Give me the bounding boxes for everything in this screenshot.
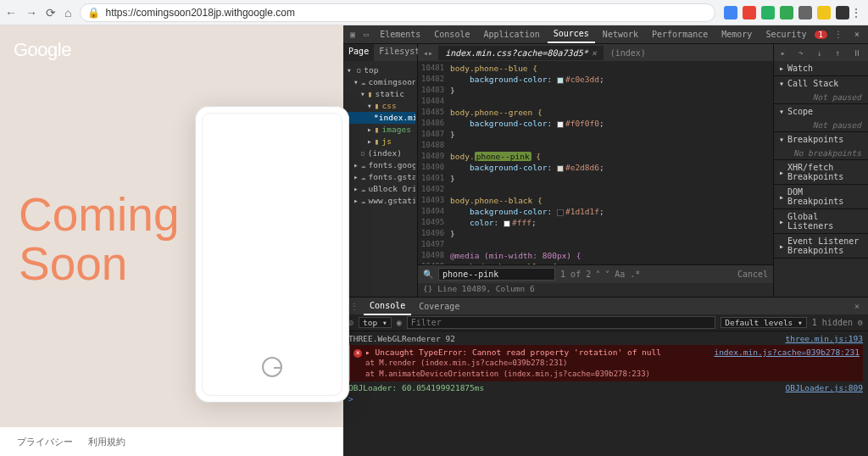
tree-ext4[interactable]: ▸ ☁ www.gstatic.com bbox=[345, 195, 415, 207]
devtools-menu-button[interactable]: ⋮ bbox=[829, 30, 848, 39]
tree-static[interactable]: ▾ ▮ static bbox=[345, 88, 415, 100]
console-drawer: ⋮ Console Coverage × ⊘ top ▾ ◉ Default l… bbox=[343, 297, 868, 456]
tree-domain[interactable]: ▾ ☁ comingsoon2018jp.with… bbox=[345, 76, 415, 88]
find-cancel-button[interactable]: Cancel bbox=[737, 270, 768, 279]
tab-application[interactable]: Application bbox=[477, 26, 545, 42]
devtools: ▣ ▭ Elements Console Application Sources… bbox=[343, 25, 868, 456]
panel-scope[interactable]: ▾ Scope bbox=[774, 104, 868, 119]
find-regex-icon[interactable]: .* bbox=[630, 270, 640, 279]
file-tab-label: index.min.css?cache=80a73d5* bbox=[445, 48, 588, 58]
console-error: ×▸ Uncaught TypeError: Cannot read prope… bbox=[348, 345, 863, 381]
panel-dom[interactable]: ▸ DOM Breakpoints bbox=[774, 185, 868, 209]
terms-link[interactable]: 利用規約 bbox=[88, 436, 125, 448]
resume-icon[interactable]: ▸ bbox=[781, 48, 786, 58]
panel-xhr[interactable]: ▸ XHR/fetch Breakpoints bbox=[774, 160, 868, 184]
source-link[interactable]: three.min.js:193 bbox=[785, 333, 863, 344]
file-tree[interactable]: ▾ ▫ top ▾ ☁ comingsoon2018jp.with… ▾ ▮ s… bbox=[343, 61, 417, 210]
tree-ext3[interactable]: ▸ ☁ uBlock Origin bbox=[345, 183, 415, 195]
deactivate-icon[interactable]: ⏸ bbox=[853, 48, 861, 58]
console-log: THREE.WebGLRenderer 92 three.min.js:193 bbox=[348, 333, 863, 344]
devtools-tabs: ▣ ▭ Elements Console Application Sources… bbox=[343, 25, 868, 44]
tree-css[interactable]: ▾ ▮ css bbox=[345, 100, 415, 112]
cursor-info: {} Line 10489, Column 6 bbox=[418, 283, 773, 297]
panel-breakpoints[interactable]: ▾ Breakpoints bbox=[774, 132, 868, 147]
code-editor: ◂▸ index.min.css?cache=80a73d5* × (index… bbox=[418, 44, 773, 297]
drawer-tab-console[interactable]: Console bbox=[364, 298, 411, 315]
debugger-sidebar: ▸ ↷ ↓ ↑ ⏸ ▸ Watch ▾ Call StackNot paused… bbox=[773, 44, 868, 297]
source-link[interactable]: index.min.js?cache=039b278:231 bbox=[714, 347, 860, 358]
tree-js[interactable]: ▸ ▮ js bbox=[345, 136, 415, 147]
find-input[interactable] bbox=[438, 268, 555, 281]
tree-index[interactable]: ▫ (index) bbox=[345, 147, 415, 159]
url-text: https://comingsoon2018jp.withgoogle.com bbox=[105, 7, 294, 19]
reload-button[interactable]: ⟳ bbox=[46, 6, 56, 19]
panel-event[interactable]: ▸ Event Listener Breakpoints bbox=[774, 234, 868, 258]
file-crumb[interactable]: (index) bbox=[604, 46, 653, 60]
navigator-page-tab[interactable]: Page bbox=[343, 44, 374, 61]
privacy-link[interactable]: プライバシー bbox=[17, 436, 73, 448]
panel-global[interactable]: ▸ Global Listeners bbox=[774, 209, 868, 233]
drawer-close-icon[interactable]: × bbox=[849, 302, 865, 311]
tab-performance[interactable]: Performance bbox=[646, 26, 714, 42]
tab-console[interactable]: Console bbox=[428, 26, 476, 42]
lock-icon: 🔒 bbox=[87, 7, 100, 19]
inspect-icon[interactable]: ▣ bbox=[347, 30, 359, 39]
back-button[interactable]: ← bbox=[5, 6, 17, 19]
extension-icon[interactable] bbox=[817, 6, 831, 19]
extension-icons bbox=[724, 6, 849, 19]
levels-select[interactable]: Default levels ▾ bbox=[721, 317, 807, 328]
code-content[interactable]: body.phone--blue { background-color: #c0… bbox=[447, 61, 773, 264]
tree-ext1[interactable]: ▸ ☁ fonts.googleapis.com bbox=[345, 159, 415, 171]
stepover-icon[interactable]: ↷ bbox=[798, 48, 804, 58]
address-bar[interactable]: 🔒 https://comingsoon2018jp.withgoogle.co… bbox=[80, 3, 715, 22]
drawer-tab-coverage[interactable]: Coverage bbox=[413, 298, 465, 314]
file-tab[interactable]: index.min.css?cache=80a73d5* × bbox=[438, 46, 604, 60]
tab-network[interactable]: Network bbox=[597, 26, 644, 42]
eye-icon[interactable]: ◉ bbox=[397, 318, 402, 327]
extension-icon[interactable] bbox=[761, 6, 775, 19]
panel-watch[interactable]: ▸ Watch bbox=[774, 61, 868, 75]
tab-elements[interactable]: Elements bbox=[374, 26, 426, 42]
error-icon: × bbox=[353, 349, 362, 358]
context-select[interactable]: top ▾ bbox=[359, 317, 392, 328]
debugger-controls: ▸ ↷ ↓ ↑ ⏸ bbox=[774, 44, 868, 61]
line-gutter: 10481 10482 10483 10484 10485 10486 1048… bbox=[418, 61, 447, 264]
find-next-icon[interactable]: ˅ bbox=[605, 270, 609, 279]
forward-button[interactable]: → bbox=[25, 6, 37, 19]
console-settings-icon[interactable]: ⚙ bbox=[858, 318, 863, 327]
tree-css-file[interactable]: *index.min.css?ca… bbox=[345, 112, 415, 124]
code-area[interactable]: 10481 10482 10483 10484 10485 10486 1048… bbox=[418, 61, 773, 264]
extension-icon[interactable] bbox=[743, 6, 756, 19]
find-case-icon[interactable]: Aa bbox=[615, 270, 625, 279]
error-badge[interactable]: 1 bbox=[815, 31, 827, 39]
source-link[interactable]: OBJLoader.js:809 bbox=[785, 382, 863, 393]
stepin-icon[interactable]: ↓ bbox=[817, 48, 822, 58]
close-devtools-button[interactable]: × bbox=[849, 30, 865, 39]
phone-mockup bbox=[195, 106, 349, 403]
console-filter-input[interactable] bbox=[407, 316, 716, 329]
extension-icon[interactable] bbox=[836, 6, 849, 19]
prev-script-icon[interactable]: ◂▸ bbox=[418, 48, 438, 58]
tab-security[interactable]: Security bbox=[760, 26, 812, 42]
find-bar: 🔍 1 of 2 ˄ ˅ Aa .* Cancel bbox=[418, 264, 773, 283]
stepout-icon[interactable]: ↑ bbox=[835, 48, 840, 58]
hidden-badge: 1 hidden bbox=[812, 318, 853, 327]
tab-memory[interactable]: Memory bbox=[715, 26, 758, 42]
extension-icon[interactable] bbox=[780, 6, 793, 19]
hero-text: Coming Soon bbox=[19, 191, 180, 289]
device-icon[interactable]: ▭ bbox=[360, 30, 372, 39]
chrome-menu-button[interactable]: ⋮ bbox=[849, 6, 863, 19]
console-prompt[interactable]: > bbox=[348, 393, 863, 404]
google-logo: Google bbox=[14, 39, 71, 61]
console-output[interactable]: THREE.WebGLRenderer 92 three.min.js:193 … bbox=[343, 331, 868, 456]
tree-top[interactable]: ▾ ▫ top bbox=[345, 64, 415, 76]
extension-icon[interactable] bbox=[724, 6, 737, 19]
tree-images[interactable]: ▸ ▮ images bbox=[345, 124, 415, 136]
tab-sources[interactable]: Sources bbox=[548, 25, 595, 43]
find-prev-icon[interactable]: ˄ bbox=[596, 270, 600, 279]
panel-callstack[interactable]: ▾ Call Stack bbox=[774, 76, 868, 91]
home-button[interactable]: ⌂ bbox=[64, 6, 71, 19]
extension-icon[interactable] bbox=[798, 6, 812, 19]
tree-ext2[interactable]: ▸ ☁ fonts.gstatic.com bbox=[345, 171, 415, 183]
close-tab-icon[interactable]: × bbox=[592, 48, 597, 58]
